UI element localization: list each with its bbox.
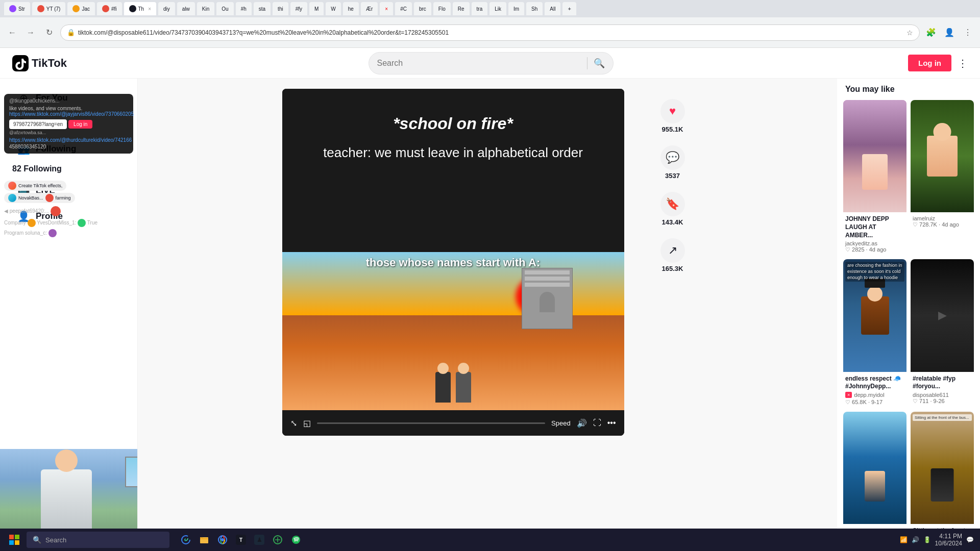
tab-22[interactable]: Re [453,2,470,15]
sidebar-item-live[interactable]: 📺 LIVE [4,179,133,203]
rec-title-4: #relatable #fyp #foryou... [913,375,972,391]
rec-thumb-1 [843,100,906,212]
tab-16[interactable]: he [343,2,359,15]
tab-23[interactable]: tra [472,2,488,15]
tab-21[interactable]: Flo [433,2,451,15]
like-action[interactable]: ♥ 955.1K [660,99,685,133]
figure-1 [435,372,451,403]
new-tab-button[interactable]: + [562,2,576,15]
tab-17[interactable]: Ær [361,2,378,15]
tab-10[interactable]: #h [236,2,252,15]
taskbar-app-tiktok[interactable]: T [233,532,249,548]
logo-text: TikTok [32,57,67,70]
taskbar-app-steam[interactable]: ♟ [251,532,267,548]
forward-button[interactable]: → [23,26,38,40]
volume-icon[interactable]: 🔊 [577,418,587,428]
tab-11[interactable]: sta [254,2,271,15]
sidebar-item-explore[interactable]: 🔍 Explore [4,111,133,136]
tab-18[interactable]: × [380,2,393,15]
tab-4[interactable]: #fi [97,2,122,15]
sidebar-label-following: Following [36,144,76,154]
sidebar-item-profile[interactable]: 👤 Profile [4,204,133,229]
video-text-teacher: teacher: we must leave in alphabetical o… [313,143,593,162]
tab-12[interactable]: thi [273,2,288,15]
back-button[interactable]: ← [5,26,19,40]
browser-menu-button[interactable]: ⋮ [961,26,975,40]
taskbar-battery-icon: 🔋 [923,536,931,543]
tab-8[interactable]: Kin [197,2,214,15]
tab-13[interactable]: #fy [290,2,307,15]
start-button[interactable] [6,532,22,548]
tab-15[interactable]: W [326,2,340,15]
search-box[interactable]: 🔍 [369,52,614,74]
tab-9[interactable]: Ou [216,2,233,15]
rec-card-5[interactable] [843,412,906,546]
comment-action[interactable]: 💬 3537 [660,145,685,180]
tab-14[interactable]: M [309,2,324,15]
tab-25[interactable]: Im [508,2,524,15]
rec-info-2: iamelruiz ♡ 728.7K · 4d ago [911,212,974,230]
taskbar-app-spotify[interactable] [288,532,304,548]
tab-7[interactable]: alw [177,2,195,15]
tab-20[interactable]: brc [414,2,431,15]
rec-info-4: #relatable #fyp #foryou... disposable611… [911,372,974,407]
rec-card-6[interactable]: Sitting at the front of the bus... Sitti… [911,412,974,546]
rec-username-1: jackyeditz.as [845,240,904,246]
share-action[interactable]: ↗ 165.3K [660,238,685,272]
progress-bar[interactable] [317,422,546,424]
search-icon[interactable]: 🔍 [594,58,605,69]
tab-24[interactable]: Lik [489,2,506,15]
tab-26[interactable]: Sh [526,2,543,15]
fullscreen-expand-icon[interactable]: ⛶ [593,418,601,428]
main-layout: ⊕ For You 🔍 Explore 👥 Following 82 Follo… [0,79,980,551]
more-menu-button[interactable]: ⋮ [958,57,968,69]
sidebar-item-for-you[interactable]: ⊕ For You [4,86,133,110]
tiktok-logo[interactable]: TikTok [12,55,74,71]
taskbar-search-bar[interactable]: 🔍 Search [27,532,169,548]
tab-19[interactable]: #C [395,2,412,15]
tab-youtube[interactable]: YT (7) [32,2,66,15]
address-bar[interactable]: 🔒 tiktok.com/@disposable611/video/734737… [60,24,920,41]
rec-thumb-3: are choosing the fashion in existence as… [843,259,906,371]
svg-rect-4 [15,540,19,545]
browser-bar: ← → ↻ 🔒 tiktok.com/@disposable611/video/… [0,17,980,48]
tab-6[interactable]: diy [158,2,175,15]
fullscreen-icon[interactable]: ⤡ [290,418,297,428]
speed-button[interactable]: Speed [551,419,571,427]
taskbar-app-edge[interactable] [178,532,194,548]
content-area: *school on fire* teacher: we must leave … [138,79,837,551]
video-top-half: *school on fire* teacher: we must leave … [282,89,624,252]
pip-icon[interactable]: ◱ [303,418,311,428]
svg-point-10 [292,536,300,544]
taskbar-app-chrome[interactable] [214,532,231,548]
rec-card-4[interactable]: ⋮ ▶ #relatable #fyp #foryou... disposabl… [911,259,974,408]
rec-thumb-5 [843,412,906,524]
rec-title-1: JOHNNY DEPP LAUGH AT AMBER... [845,215,904,239]
taskbar-notification-icon[interactable]: 💬 [966,536,974,543]
sidebar-item-following[interactable]: 👥 Following [4,137,133,161]
search-input[interactable] [377,59,581,68]
taskbar-app-explorer[interactable] [196,532,212,548]
profile-button[interactable]: 👤 [942,26,957,40]
rec-info-3: endless respect 🧢 #JohnnyDepp... × depp.… [843,372,906,408]
recommendations-sidebar: You may like JOHNNY DEPP LAUGH AT AMBER.… [837,79,980,551]
reload-button[interactable]: ↻ [42,26,56,40]
taskbar-app-browser2[interactable] [270,532,286,548]
rec-card-3[interactable]: are choosing the fashion in existence as… [843,259,906,408]
bookmark-action[interactable]: 🔖 143.4K [660,192,685,226]
tab-3[interactable]: Jac [67,2,95,15]
rec-card-2[interactable]: iamelruiz ♡ 728.7K · 4d ago [911,100,974,255]
tab-all[interactable]: All [545,2,560,15]
sidebar-label-explore: Explore [36,118,67,129]
video-player[interactable]: *school on fire* teacher: we must leave … [282,89,624,436]
share-count: 165.3K [662,265,683,272]
scene-figures [435,372,471,403]
extensions-button[interactable]: 🧩 [924,26,938,40]
tab-active[interactable]: Th × [124,2,157,15]
rec-card-1[interactable]: JOHNNY DEPP LAUGH AT AMBER... jackyeditz… [843,100,906,255]
heart-icon: ♥ [660,99,685,123]
more-options-icon[interactable]: ••• [607,418,616,428]
figure-2 [456,372,471,403]
login-button[interactable]: Log in [908,55,951,71]
tab-twitch[interactable]: Str [4,2,30,15]
